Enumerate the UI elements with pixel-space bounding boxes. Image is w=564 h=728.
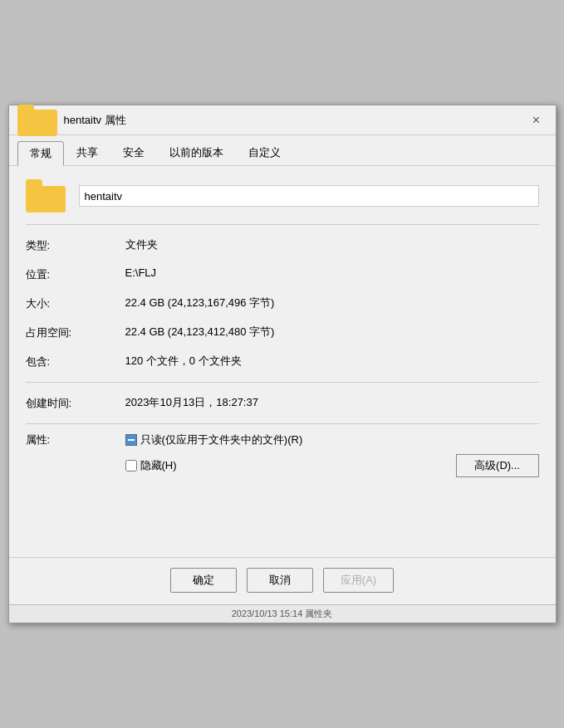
tab-security[interactable]: 安全: [110, 140, 157, 165]
type-label: 类型:: [26, 237, 125, 253]
readonly-label: 只读(仅应用于文件夹中的文件)(R): [140, 432, 303, 447]
size-on-disk-value: 22.4 GB (24,123,412,480 字节): [125, 325, 275, 340]
contains-row: 包含: 120 个文件，0 个文件夹: [26, 349, 539, 374]
spacer: [26, 477, 539, 544]
separator-3: [26, 423, 539, 424]
title-bar: hentaitv 属性 ×: [9, 105, 556, 135]
location-value: E:\FLJ: [125, 266, 157, 279]
readonly-row: 只读(仅应用于文件夹中的文件)(R): [125, 432, 539, 447]
title-text: hentaitv 属性: [64, 113, 126, 128]
tab-previous-versions[interactable]: 以前的版本: [157, 140, 236, 165]
cancel-button[interactable]: 取消: [247, 568, 313, 593]
contains-label: 包含:: [26, 354, 125, 369]
attributes-section: 属性: 只读(仅应用于文件夹中的文件)(R) 隐藏(H) 高级(D)...: [26, 432, 539, 477]
title-folder-icon: [17, 105, 57, 136]
location-label: 位置:: [26, 266, 125, 282]
created-value: 2023年10月13日，18:27:37: [125, 395, 258, 410]
tab-general[interactable]: 常规: [17, 141, 64, 166]
separator-2: [26, 382, 539, 383]
properties-dialog: hentaitv 属性 × 常规 共享 安全 以前的版本 自定义 类型: 文件夹…: [8, 105, 557, 623]
apply-button[interactable]: 应用(A): [323, 568, 394, 593]
attribute-row: 属性: 只读(仅应用于文件夹中的文件)(R): [26, 432, 539, 447]
close-button[interactable]: ×: [526, 110, 547, 131]
size-label: 大小:: [26, 296, 125, 311]
attributes-label: 属性:: [26, 432, 125, 447]
tab-customize[interactable]: 自定义: [236, 140, 293, 165]
folder-header: [26, 179, 539, 213]
type-value: 文件夹: [125, 237, 158, 252]
tabs-bar: 常规 共享 安全 以前的版本 自定义: [9, 135, 556, 166]
advanced-button[interactable]: 高级(D)...: [456, 454, 539, 477]
hidden-checkbox[interactable]: [125, 460, 137, 471]
size-on-disk-row: 占用空间: 22.4 GB (24,123,412,480 字节): [26, 320, 539, 344]
contains-value: 120 个文件，0 个文件夹: [125, 354, 242, 369]
size-row: 大小: 22.4 GB (24,123,167,496 字节): [26, 291, 539, 315]
folder-name-input[interactable]: [79, 185, 539, 207]
ok-button[interactable]: 确定: [170, 568, 237, 593]
tab-sharing[interactable]: 共享: [64, 140, 110, 165]
content-area: 类型: 文件夹 位置: E:\FLJ 大小: 22.4 GB (24,123,1…: [9, 166, 556, 557]
taskbar-hint: 2023/10/13 15:14 属性夹: [9, 604, 556, 623]
size-value: 22.4 GB (24,123,167,496 字节): [125, 296, 275, 310]
type-row: 类型: 文件夹: [26, 233, 539, 257]
folder-large-icon: [26, 179, 66, 213]
created-row: 创建时间: 2023年10月13日，18:27:37: [26, 391, 539, 415]
hidden-row: 隐藏(H): [125, 458, 177, 473]
attr-controls: 只读(仅应用于文件夹中的文件)(R): [125, 432, 539, 447]
location-row: 位置: E:\FLJ: [26, 262, 539, 286]
separator-1: [26, 224, 539, 225]
hidden-label: 隐藏(H): [140, 458, 177, 473]
bottom-buttons: 确定 取消 应用(A): [9, 557, 556, 604]
readonly-checkbox[interactable]: [125, 434, 137, 446]
title-bar-left: hentaitv 属性: [17, 105, 126, 136]
created-label: 创建时间:: [26, 395, 125, 411]
size-on-disk-label: 占用空间:: [26, 325, 125, 340]
